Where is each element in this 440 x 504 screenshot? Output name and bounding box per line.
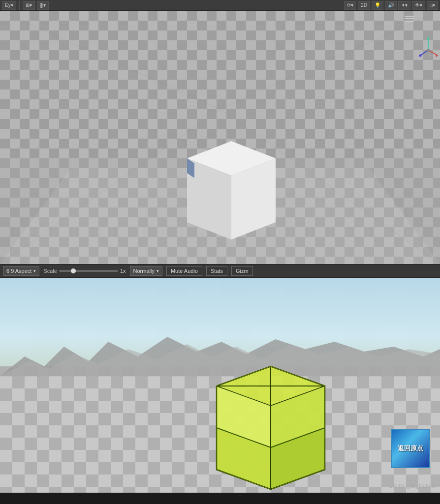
toolbar-btn-2d[interactable]: 2D	[358, 1, 370, 10]
scale-control: Scale 1x	[43, 268, 126, 274]
game-view: 返回原点 CSDN @BigData-0	[0, 278, 440, 493]
return-origin-label: 返回原点	[398, 445, 423, 453]
svg-rect-17	[405, 18, 414, 19]
mute-audio-button[interactable]: Mute Audio	[166, 266, 202, 276]
toolbar-btn-ey[interactable]: Ey▾	[2, 1, 16, 10]
toolbar-btn-grid[interactable]: ⊞▾	[23, 1, 35, 10]
scene-view: Y	[0, 11, 440, 264]
return-origin-button[interactable]: 返回原点	[391, 429, 430, 468]
game-background	[0, 278, 440, 493]
toolbar-btn-visibility[interactable]: 👁▾	[412, 1, 425, 10]
toolbar-btn-audio[interactable]: 🔊	[385, 1, 397, 10]
svg-text:Y: Y	[428, 54, 431, 59]
scene-background: Y	[0, 11, 440, 264]
svg-rect-16	[405, 16, 414, 17]
svg-point-25	[427, 49, 430, 52]
scale-thumb	[71, 268, 76, 273]
top-toolbar: Ey▾ ⊞▾ |||▾ ⟳▾ 2D 💡 🔊 ✦▾ 👁▾ □▾	[0, 0, 440, 11]
scale-slider[interactable]	[59, 270, 118, 272]
stats-button[interactable]: Stats	[206, 266, 227, 276]
svg-rect-7	[0, 11, 440, 158]
separator-1	[19, 1, 20, 10]
svg-rect-18	[405, 21, 414, 22]
gizmos-button[interactable]: Gizm	[231, 266, 253, 276]
display-dropdown[interactable]: Normally	[130, 266, 162, 276]
toolbar-btn-window[interactable]: □▾	[427, 1, 438, 10]
scale-label: Scale	[43, 268, 57, 274]
game-toolbar: 6:9 Aspect Scale 1x Normally Mute Audio …	[0, 264, 440, 278]
aspect-label: 6:9 Aspect	[6, 268, 31, 274]
toolbar-btn-effects[interactable]: ✦▾	[398, 1, 410, 10]
toolbar-btn-light[interactable]: 💡	[372, 1, 383, 10]
csdn-watermark: CSDN @BigData-0	[389, 483, 435, 489]
toolbar-btn-rotate[interactable]: ⟳▾	[344, 1, 356, 10]
display-label: Normally	[133, 268, 155, 274]
toolbar-btn-layers[interactable]: |||▾	[37, 1, 49, 10]
scale-value: 1x	[120, 268, 126, 274]
svg-point-24	[419, 55, 422, 57]
aspect-dropdown[interactable]: 6:9 Aspect	[3, 266, 39, 276]
toolbar-right: ⟳▾ 2D 💡 🔊 ✦▾ 👁▾ □▾	[344, 1, 438, 10]
